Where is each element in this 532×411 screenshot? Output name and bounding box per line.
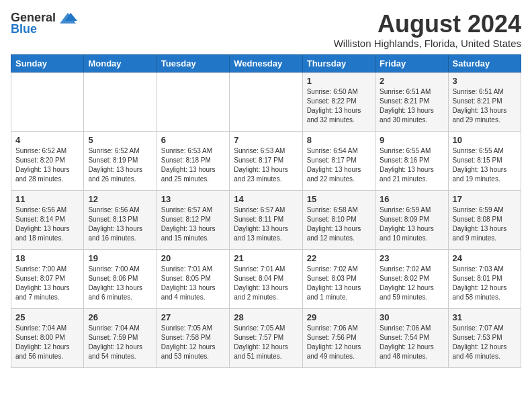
day-info: Sunrise: 7:03 AM Sunset: 8:01 PM Dayligh… — [453, 265, 517, 302]
day-info: Sunrise: 7:02 AM Sunset: 8:02 PM Dayligh… — [380, 265, 443, 302]
day-number: 12 — [88, 194, 152, 204]
day-info: Sunrise: 7:06 AM Sunset: 7:54 PM Dayligh… — [380, 324, 443, 361]
day-number: 26 — [88, 312, 152, 322]
day-info: Sunrise: 6:55 AM Sunset: 8:16 PM Dayligh… — [380, 146, 443, 184]
table-row — [11, 72, 84, 131]
day-info: Sunrise: 7:06 AM Sunset: 7:56 PM Dayligh… — [307, 324, 371, 361]
day-number: 7 — [234, 135, 298, 145]
page-header: General Blue August 2024 Williston Highl… — [11, 11, 521, 49]
day-info: Sunrise: 7:07 AM Sunset: 7:53 PM Dayligh… — [453, 324, 517, 361]
logo: General Blue — [11, 11, 77, 36]
day-info: Sunrise: 6:54 AM Sunset: 8:17 PM Dayligh… — [307, 146, 371, 184]
day-number: 22 — [307, 253, 371, 263]
day-info: Sunrise: 6:53 AM Sunset: 8:18 PM Dayligh… — [161, 146, 225, 184]
table-row: 12Sunrise: 6:56 AM Sunset: 8:13 PM Dayli… — [84, 190, 157, 249]
calendar-week-row: 4Sunrise: 6:52 AM Sunset: 8:20 PM Daylig… — [11, 131, 521, 190]
day-info: Sunrise: 6:57 AM Sunset: 8:12 PM Dayligh… — [161, 205, 225, 243]
table-row: 29Sunrise: 7:06 AM Sunset: 7:56 PM Dayli… — [302, 308, 375, 367]
day-number: 17 — [453, 194, 517, 204]
table-row: 15Sunrise: 6:58 AM Sunset: 8:10 PM Dayli… — [302, 190, 375, 249]
table-row: 22Sunrise: 7:02 AM Sunset: 8:03 PM Dayli… — [302, 249, 375, 308]
day-info: Sunrise: 6:51 AM Sunset: 8:21 PM Dayligh… — [453, 87, 517, 125]
title-block: August 2024 Williston Highlands, Florida… — [334, 11, 521, 49]
day-number: 25 — [15, 312, 79, 322]
table-row: 20Sunrise: 7:01 AM Sunset: 8:05 PM Dayli… — [157, 249, 229, 308]
day-number: 23 — [380, 253, 443, 263]
day-info: Sunrise: 7:00 AM Sunset: 8:07 PM Dayligh… — [15, 265, 79, 302]
table-row: 10Sunrise: 6:55 AM Sunset: 8:15 PM Dayli… — [448, 131, 521, 190]
day-info: Sunrise: 7:01 AM Sunset: 8:04 PM Dayligh… — [234, 265, 298, 302]
table-row: 5Sunrise: 6:52 AM Sunset: 8:19 PM Daylig… — [84, 131, 157, 190]
day-number: 19 — [88, 253, 152, 263]
day-number: 21 — [234, 253, 298, 263]
table-row: 11Sunrise: 6:56 AM Sunset: 8:14 PM Dayli… — [11, 190, 84, 249]
day-number: 18 — [15, 253, 79, 263]
table-row: 25Sunrise: 7:04 AM Sunset: 8:00 PM Dayli… — [11, 308, 84, 367]
col-friday: Friday — [375, 54, 448, 72]
day-info: Sunrise: 7:02 AM Sunset: 8:03 PM Dayligh… — [307, 265, 371, 302]
day-number: 10 — [453, 135, 517, 145]
calendar-table: Sunday Monday Tuesday Wednesday Thursday… — [11, 54, 521, 368]
table-row: 8Sunrise: 6:54 AM Sunset: 8:17 PM Daylig… — [302, 131, 375, 190]
day-info: Sunrise: 6:55 AM Sunset: 8:15 PM Dayligh… — [453, 146, 517, 184]
table-row — [157, 72, 229, 131]
table-row: 18Sunrise: 7:00 AM Sunset: 8:07 PM Dayli… — [11, 249, 84, 308]
table-row: 2Sunrise: 6:51 AM Sunset: 8:21 PM Daylig… — [375, 72, 448, 131]
col-thursday: Thursday — [302, 54, 375, 72]
day-info: Sunrise: 6:51 AM Sunset: 8:21 PM Dayligh… — [380, 87, 443, 125]
day-number: 14 — [234, 194, 298, 204]
table-row: 1Sunrise: 6:50 AM Sunset: 8:22 PM Daylig… — [302, 72, 375, 131]
table-row: 13Sunrise: 6:57 AM Sunset: 8:12 PM Dayli… — [157, 190, 229, 249]
day-info: Sunrise: 7:05 AM Sunset: 7:58 PM Dayligh… — [161, 324, 225, 361]
table-row: 7Sunrise: 6:53 AM Sunset: 8:17 PM Daylig… — [230, 131, 302, 190]
table-row: 31Sunrise: 7:07 AM Sunset: 7:53 PM Dayli… — [448, 308, 521, 367]
day-number: 2 — [380, 76, 443, 86]
calendar-week-row: 18Sunrise: 7:00 AM Sunset: 8:07 PM Dayli… — [11, 249, 521, 308]
calendar-week-row: 1Sunrise: 6:50 AM Sunset: 8:22 PM Daylig… — [11, 72, 521, 131]
day-number: 16 — [380, 194, 443, 204]
table-row — [230, 72, 302, 131]
table-row: 28Sunrise: 7:05 AM Sunset: 7:57 PM Dayli… — [230, 308, 302, 367]
table-row: 3Sunrise: 6:51 AM Sunset: 8:21 PM Daylig… — [448, 72, 521, 131]
day-info: Sunrise: 6:59 AM Sunset: 8:08 PM Dayligh… — [453, 205, 517, 243]
day-info: Sunrise: 7:04 AM Sunset: 8:00 PM Dayligh… — [15, 324, 79, 361]
table-row: 6Sunrise: 6:53 AM Sunset: 8:18 PM Daylig… — [157, 131, 229, 190]
day-number: 9 — [380, 135, 443, 145]
calendar-week-row: 11Sunrise: 6:56 AM Sunset: 8:14 PM Dayli… — [11, 190, 521, 249]
day-number: 4 — [15, 135, 79, 145]
col-wednesday: Wednesday — [230, 54, 302, 72]
day-number: 8 — [307, 135, 371, 145]
day-number: 13 — [161, 194, 225, 204]
table-row: 4Sunrise: 6:52 AM Sunset: 8:20 PM Daylig… — [11, 131, 84, 190]
day-number: 15 — [307, 194, 371, 204]
logo-icon — [58, 11, 77, 25]
day-number: 30 — [380, 312, 443, 322]
day-number: 27 — [161, 312, 225, 322]
table-row: 26Sunrise: 7:04 AM Sunset: 7:59 PM Dayli… — [84, 308, 157, 367]
day-number: 28 — [234, 312, 298, 322]
table-row: 17Sunrise: 6:59 AM Sunset: 8:08 PM Dayli… — [448, 190, 521, 249]
day-number: 5 — [88, 135, 152, 145]
table-row: 23Sunrise: 7:02 AM Sunset: 8:02 PM Dayli… — [375, 249, 448, 308]
day-number: 6 — [161, 135, 225, 145]
location-subtitle: Williston Highlands, Florida, United Sta… — [334, 38, 521, 49]
day-number: 3 — [453, 76, 517, 86]
day-number: 20 — [161, 253, 225, 263]
table-row: 19Sunrise: 7:00 AM Sunset: 8:06 PM Dayli… — [84, 249, 157, 308]
day-info: Sunrise: 6:52 AM Sunset: 8:19 PM Dayligh… — [88, 146, 152, 184]
col-monday: Monday — [84, 54, 157, 72]
day-info: Sunrise: 7:04 AM Sunset: 7:59 PM Dayligh… — [88, 324, 152, 361]
table-row — [84, 72, 157, 131]
day-info: Sunrise: 6:53 AM Sunset: 8:17 PM Dayligh… — [234, 146, 298, 184]
day-info: Sunrise: 6:58 AM Sunset: 8:10 PM Dayligh… — [307, 205, 371, 243]
col-sunday: Sunday — [11, 54, 84, 72]
day-info: Sunrise: 7:00 AM Sunset: 8:06 PM Dayligh… — [88, 265, 152, 302]
day-info: Sunrise: 6:57 AM Sunset: 8:11 PM Dayligh… — [234, 205, 298, 243]
day-info: Sunrise: 6:59 AM Sunset: 8:09 PM Dayligh… — [380, 205, 443, 243]
day-number: 1 — [307, 76, 371, 86]
table-row: 9Sunrise: 6:55 AM Sunset: 8:16 PM Daylig… — [375, 131, 448, 190]
day-info: Sunrise: 7:01 AM Sunset: 8:05 PM Dayligh… — [161, 265, 225, 302]
month-year-title: August 2024 — [334, 11, 521, 38]
day-info: Sunrise: 6:56 AM Sunset: 8:13 PM Dayligh… — [88, 205, 152, 243]
col-saturday: Saturday — [448, 54, 521, 72]
